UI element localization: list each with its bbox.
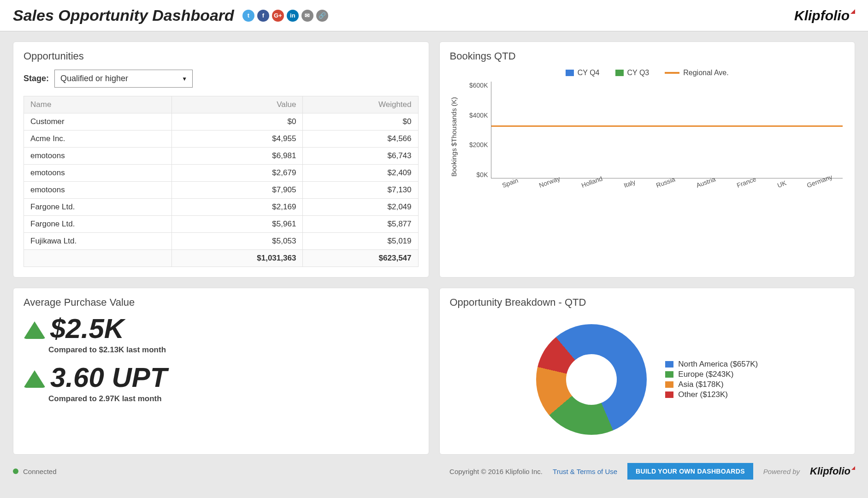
mail-icon[interactable]: ✉ [301, 10, 313, 22]
ytick: $400K [469, 112, 488, 119]
table-row: Acme Inc.$4,955$4,566 [24, 130, 419, 148]
cell-value: $6,981 [172, 148, 303, 165]
cell-name: Fargone Ltd. [24, 216, 172, 233]
table-row: emotoons$2,679$2,409 [24, 165, 419, 182]
trend-up-icon [24, 321, 46, 339]
avg-purchase-title: Average Purchase Value [24, 296, 419, 308]
cell-value: $2,679 [172, 165, 303, 182]
table-row: Fargone Ltd.$2,169$2,049 [24, 199, 419, 216]
bookings-panel: Bookings QTD CY Q4 CY Q3 Regional Ave. B… [439, 42, 856, 278]
x-tick-label: UK [776, 179, 788, 191]
brand-logo: Klipfolio [794, 8, 855, 24]
donut-chart [536, 324, 647, 435]
copyright-text: Copyright © 2016 Klipfolio Inc. [449, 468, 543, 475]
total-value: $1,031,363 [172, 250, 303, 267]
legend-label: Other ($123K) [678, 390, 728, 399]
status-dot-icon [13, 468, 18, 474]
cell-value: $2,169 [172, 199, 303, 216]
cell-weighted: $2,049 [303, 199, 418, 216]
twitter-icon[interactable]: t [242, 10, 254, 22]
cell-name: Fargone Ltd. [24, 199, 172, 216]
cell-name: emotoons [24, 148, 172, 165]
connection-status: Connected [23, 468, 57, 475]
kpi-value-1: $2.5K [50, 315, 124, 343]
link-icon[interactable]: 🔗 [316, 10, 328, 22]
y-axis-label: Bookings $Thousands (K) [450, 82, 458, 192]
table-row: Fargone Ltd.$5,961$5,877 [24, 216, 419, 233]
legend-cyq4: CY Q4 [578, 69, 600, 77]
avg-purchase-panel: Average Purchase Value $2.5K Compared to… [13, 288, 429, 455]
kpi-sub-2: Compared to 2.97K last month [48, 394, 419, 403]
cell-weighted: $0 [303, 113, 418, 130]
googleplus-icon[interactable]: G+ [272, 10, 284, 22]
bookings-legend: CY Q4 CY Q3 Regional Ave. [450, 69, 845, 77]
cell-value: $5,961 [172, 216, 303, 233]
total-weighted: $623,547 [303, 250, 418, 267]
table-row: emotoons$6,981$6,743 [24, 148, 419, 165]
cell-weighted: $5,877 [303, 216, 418, 233]
stage-label: Stage: [24, 74, 49, 83]
opportunities-title: Opportunities [24, 50, 419, 62]
cell-value: $4,955 [172, 130, 303, 148]
col-value: Value [172, 96, 303, 113]
legend-item: North America ($657K) [665, 360, 758, 369]
table-row: Fujikawa Ltd.$5,053$5,019 [24, 233, 419, 250]
cell-value: $7,905 [172, 182, 303, 199]
stage-select[interactable]: Qualified or higher [54, 70, 193, 88]
legend-regave: Regional Ave. [683, 69, 728, 77]
cell-weighted: $6,743 [303, 148, 418, 165]
table-row: emotoons$7,905$7,130 [24, 182, 419, 199]
legend-swatch-icon [665, 371, 673, 378]
page-title: Sales Opportunity Dashboard [13, 6, 234, 24]
legend-label: Asia ($178K) [678, 380, 723, 389]
breakdown-title: Opportunity Breakdown - QTD [450, 296, 845, 308]
legend-swatch-icon [665, 391, 673, 398]
opportunities-table: Name Value Weighted Customer$0$0Acme Inc… [24, 96, 419, 267]
ytick: $600K [469, 82, 488, 89]
legend-label: North America ($657K) [678, 360, 758, 369]
cell-value: $0 [172, 113, 303, 130]
cell-name: emotoons [24, 165, 172, 182]
terms-link[interactable]: Trust & Terms of Use [553, 468, 617, 475]
opportunities-panel: Opportunities Stage: Qualified or higher… [13, 42, 429, 278]
col-name: Name [24, 96, 172, 113]
cell-name: Customer [24, 113, 172, 130]
cell-name: Fujikawa Ltd. [24, 233, 172, 250]
linkedin-icon[interactable]: in [287, 10, 299, 22]
breakdown-legend: North America ($657K)Europe ($243K)Asia … [665, 359, 758, 400]
legend-item: Europe ($243K) [665, 370, 758, 379]
cell-name: emotoons [24, 182, 172, 199]
cell-value: $5,053 [172, 233, 303, 250]
table-row: Customer$0$0 [24, 113, 419, 130]
legend-cyq3: CY Q3 [627, 69, 650, 77]
cell-weighted: $2,409 [303, 165, 418, 182]
cell-weighted: $5,019 [303, 233, 418, 250]
footer-brand-logo: Klipfolio [810, 465, 855, 477]
cell-weighted: $4,566 [303, 130, 418, 148]
legend-swatch-icon [665, 381, 673, 388]
col-weighted: Weighted [303, 96, 418, 113]
legend-item: Asia ($178K) [665, 380, 758, 389]
x-tick-label: Italy [623, 178, 638, 191]
facebook-icon[interactable]: f [257, 10, 269, 22]
bookings-title: Bookings QTD [450, 50, 845, 62]
kpi-sub-1: Compared to $2.13K last month [48, 345, 419, 355]
cell-name: Acme Inc. [24, 130, 172, 148]
powered-by-text: Powered by [763, 468, 800, 475]
breakdown-panel: Opportunity Breakdown - QTD North Americ… [439, 288, 856, 455]
legend-swatch-icon [665, 361, 673, 368]
kpi-value-2: 3.60 UPT [50, 364, 167, 391]
cell-weighted: $7,130 [303, 182, 418, 199]
top-bar: Sales Opportunity Dashboard t f G+ in ✉ … [0, 0, 868, 31]
ytick: $200K [469, 141, 488, 148]
legend-item: Other ($123K) [665, 390, 758, 399]
bookings-chart: Bookings $Thousands (K) $600K $400K $200… [450, 82, 845, 192]
ytick: $0K [477, 171, 488, 178]
build-dashboards-button[interactable]: BUILD YOUR OWN DASHBOARDS [627, 463, 753, 480]
regional-average-line [491, 125, 843, 127]
trend-up-icon [24, 370, 46, 388]
x-tick-label: Spain [501, 177, 520, 192]
legend-label: Europe ($243K) [678, 370, 733, 379]
social-icons: t f G+ in ✉ 🔗 [242, 10, 328, 22]
footer: Connected Copyright © 2016 Klipfolio Inc… [0, 455, 868, 486]
